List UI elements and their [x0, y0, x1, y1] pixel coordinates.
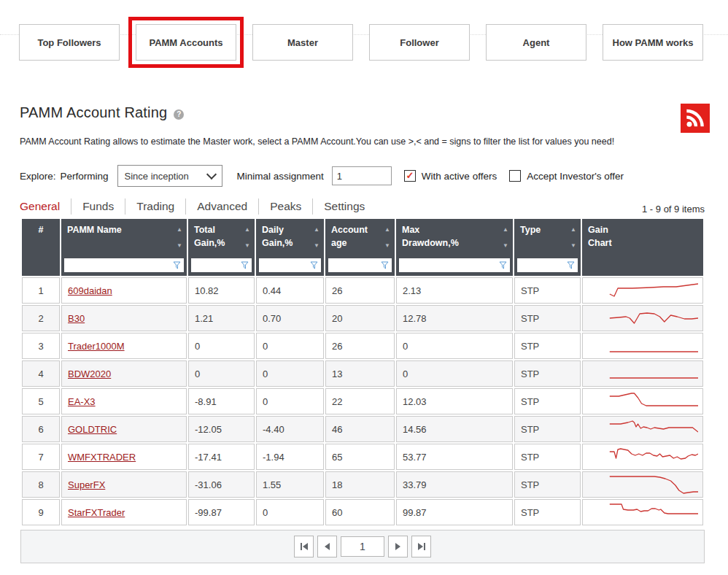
- sort-asc-icon[interactable]: ▲: [570, 226, 576, 233]
- sort-asc-icon[interactable]: ▲: [177, 226, 182, 233]
- sort-desc-icon[interactable]: ▼: [314, 242, 320, 249]
- account-type-value: STP: [514, 388, 581, 414]
- tabs-row: GeneralFundsTradingAdvancedPeaksSettings…: [20, 198, 705, 215]
- column-header-type[interactable]: Type▲▼: [514, 219, 581, 276]
- minimal-assignment-input[interactable]: [332, 166, 392, 185]
- last-page-icon: [418, 543, 423, 550]
- table-row: 7WMFXTRADER-17.41-1.946553.77STP: [22, 444, 703, 470]
- tab-settings[interactable]: Settings: [313, 198, 376, 215]
- sort-desc-icon[interactable]: ▼: [570, 242, 576, 249]
- pamm-name-cell: B30: [61, 305, 187, 331]
- table-row: 1609daidan10.820.44262.13STP: [22, 277, 703, 304]
- gain-sparkline: [607, 279, 698, 301]
- pamm-name-link[interactable]: EA-X3: [68, 396, 96, 407]
- sort-asc-icon[interactable]: ▲: [244, 226, 250, 233]
- table-row: 4BDW202000130STP: [22, 360, 703, 387]
- pamm-name-link[interactable]: SuperFX: [68, 479, 105, 490]
- pamm-name-link[interactable]: StarFXTrader: [68, 507, 125, 518]
- filter-funnel-icon[interactable]: [381, 261, 389, 269]
- pager-last-button[interactable]: [411, 536, 431, 557]
- pamm-name-link[interactable]: Trader1000M: [68, 341, 125, 352]
- pagination-bar: [20, 530, 705, 563]
- sort-desc-icon[interactable]: ▼: [503, 242, 508, 249]
- sort-asc-icon[interactable]: ▲: [314, 226, 320, 233]
- page-title: PAMM Account Rating: [20, 104, 167, 121]
- period-select-value: Since inception: [125, 171, 189, 182]
- nav-button-master[interactable]: Master: [252, 24, 353, 61]
- pamm-name-link[interactable]: BDW2020: [68, 368, 111, 379]
- column-label-chart: Gain Chart: [582, 219, 703, 250]
- account-age-value: 46: [325, 416, 395, 442]
- filter-funnel-icon[interactable]: [499, 261, 507, 269]
- nav-button-top-followers[interactable]: Top Followers: [19, 24, 120, 61]
- account-type-value: STP: [514, 333, 581, 359]
- column-header-max_drawdown[interactable]: Max Drawdown,%▲▼: [396, 219, 513, 276]
- period-select[interactable]: Since inception: [117, 165, 222, 187]
- account-type-value: STP: [514, 305, 581, 331]
- filter-funnel-icon[interactable]: [241, 261, 249, 269]
- pamm-name-cell: WMFXTRADER: [61, 444, 187, 470]
- pager-first-button[interactable]: [294, 536, 314, 557]
- max-drawdown-value: 12.03: [396, 388, 513, 414]
- nav-button-wrap: Agent: [479, 17, 594, 68]
- account-age-value: 20: [325, 305, 395, 331]
- rss-icon[interactable]: [681, 104, 710, 133]
- pager-prev-button[interactable]: [317, 536, 337, 557]
- page-description: PAMM Account Rating allows to estimate t…: [20, 136, 708, 147]
- nav-button-pamm-accounts[interactable]: PAMM Accounts: [136, 24, 236, 61]
- row-number: 3: [22, 333, 60, 359]
- max-drawdown-value: 12.78: [396, 305, 513, 331]
- pager-next-button[interactable]: [388, 536, 408, 557]
- chevron-down-icon: [206, 169, 216, 180]
- filter-funnel-icon[interactable]: [173, 261, 181, 269]
- column-header-daily_gain[interactable]: Daily Gain,%▲▼: [256, 219, 324, 276]
- column-label-num: #: [22, 219, 60, 237]
- tab-trading[interactable]: Trading: [125, 198, 186, 215]
- sort-desc-icon[interactable]: ▼: [244, 242, 250, 249]
- max-drawdown-value: 33.79: [396, 471, 513, 498]
- help-icon[interactable]: ?: [174, 109, 184, 120]
- nav-button-how-pamm-works[interactable]: How PAMM works: [603, 24, 703, 61]
- accept-investor-s-offer-checkbox[interactable]: [509, 170, 521, 182]
- pager-page-input[interactable]: [341, 536, 384, 557]
- tab-funds[interactable]: Funds: [71, 198, 125, 215]
- column-header-account_age[interactable]: Account age▲▼: [325, 219, 395, 276]
- filter-input-name[interactable]: [64, 258, 184, 272]
- table-row: 3Trader1000M00260STP: [22, 333, 703, 359]
- table-row: 8SuperFX-31.061.551833.79STP: [22, 471, 703, 498]
- daily-gain-value: -4.40: [256, 416, 324, 442]
- pamm-name-link[interactable]: GOLDTRIC: [68, 424, 117, 435]
- with-active-offers-checkbox[interactable]: ✓: [404, 170, 416, 182]
- total-gain-value: -99.87: [188, 499, 255, 525]
- column-header-num: #: [22, 219, 60, 276]
- nav-button-agent[interactable]: Agent: [486, 24, 586, 61]
- pamm-name-cell: GOLDTRIC: [61, 416, 187, 442]
- row-number: 9: [22, 499, 60, 525]
- pamm-name-link[interactable]: 609daidan: [68, 285, 112, 296]
- column-header-name[interactable]: PAMM Name▲▼: [61, 219, 187, 276]
- column-filter-total_gain: [191, 258, 252, 272]
- gain-sparkline: [607, 307, 698, 329]
- sort-desc-icon[interactable]: ▼: [384, 242, 390, 249]
- top-navigation: Top FollowersPAMM AccountsMasterFollower…: [0, 0, 728, 68]
- tab-advanced[interactable]: Advanced: [186, 198, 259, 215]
- filter-input-max_drawdown[interactable]: [399, 258, 510, 272]
- total-gain-value: -31.06: [188, 471, 255, 498]
- gain-sparkline: [607, 363, 698, 385]
- filter-funnel-icon[interactable]: [310, 261, 318, 269]
- sort-asc-icon[interactable]: ▲: [384, 226, 390, 233]
- sort-asc-icon[interactable]: ▲: [503, 226, 508, 233]
- nav-button-wrap: How PAMM works: [595, 17, 710, 68]
- sort-desc-icon[interactable]: ▼: [177, 242, 182, 249]
- checkmark-icon: ✓: [406, 171, 414, 180]
- column-filter-name: [64, 258, 184, 272]
- column-header-total_gain[interactable]: Total Gain,%▲▼: [188, 219, 255, 276]
- filter-funnel-icon[interactable]: [567, 261, 575, 269]
- pamm-name-link[interactable]: WMFXTRADER: [68, 452, 136, 463]
- tab-peaks[interactable]: Peaks: [259, 198, 313, 215]
- nav-button-follower[interactable]: Follower: [369, 24, 470, 61]
- next-page-icon: [395, 543, 400, 550]
- tab-general[interactable]: General: [20, 198, 71, 215]
- gain-sparkline: [607, 474, 698, 495]
- pamm-name-link[interactable]: B30: [68, 313, 85, 324]
